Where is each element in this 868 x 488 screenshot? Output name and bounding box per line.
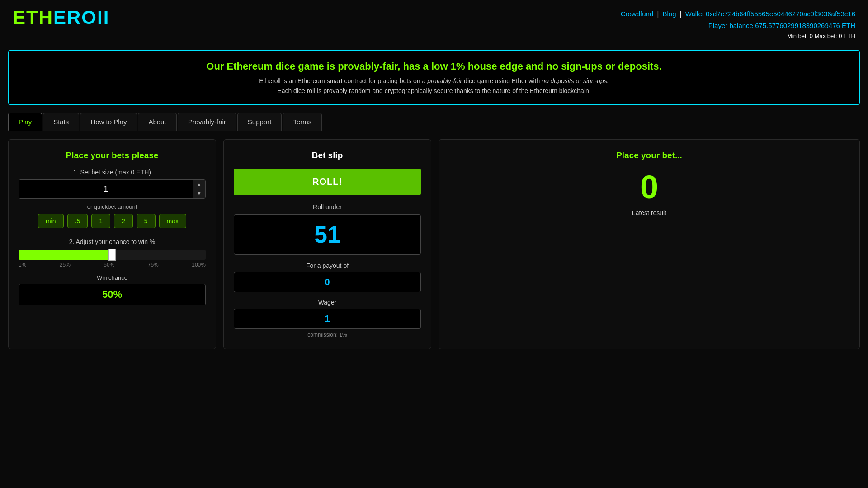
player-balance-value: 675.5776029918390269476 ETH [755, 22, 855, 29]
chance-label: 2. Adjust your chance to win % [19, 238, 206, 245]
payout-label: For a payout of [234, 262, 421, 269]
latest-result-number: 0 [449, 169, 849, 206]
wager-label: Wager [234, 299, 421, 306]
quickbet-1[interactable]: 1 [91, 214, 110, 228]
roll-under-display: 51 [234, 214, 421, 255]
result-panel: Place your bet... 0 Latest result [439, 139, 860, 349]
commission-note: commission: 1% [234, 332, 421, 338]
bet-panel: Place your bets please 1. Set bet size (… [8, 139, 216, 349]
quickbet-max[interactable]: max [159, 214, 186, 228]
player-balance: Player balance 675.5776029918390269476 E… [621, 20, 855, 32]
banner-body-3: Each dice roll is provably random and cr… [277, 87, 590, 94]
win-chance-label: Win chance [19, 274, 206, 281]
bet-size-label: 1. Set bet size (max 0 ETH) [19, 169, 206, 176]
header-links: Crowdfund | Blog | Wallet 0xd7e724b64ff5… [621, 8, 855, 20]
quickbet-5[interactable]: 5 [137, 214, 156, 228]
tab-play[interactable]: Play [8, 113, 42, 131]
crowdfund-link[interactable]: Crowdfund [621, 10, 654, 18]
bet-slip-title: Bet slip [234, 150, 421, 160]
bet-slip: Bet slip ROLL! Roll under 51 For a payou… [223, 139, 431, 349]
logo[interactable]: ETHEROII [13, 8, 109, 27]
slider-thumb[interactable] [108, 249, 116, 261]
header-right: Crowdfund | Blog | Wallet 0xd7e724b64ff5… [621, 8, 855, 41]
spin-up-button[interactable]: ▲ [193, 180, 205, 189]
mark-75: 75% [148, 262, 159, 268]
wallet-info: Wallet 0xd7e724b64ff55565e50446270ac9f30… [685, 10, 855, 18]
roll-button[interactable]: ROLL! [234, 169, 421, 195]
tab-how-to-play[interactable]: How to Play [80, 113, 137, 131]
tab-support[interactable]: Support [237, 113, 282, 131]
banner-body-1: Etheroll is an Ethereum smart contract f… [259, 77, 427, 84]
spin-down-button[interactable]: ▼ [193, 189, 205, 198]
min-bet: Min bet: 0 [787, 33, 813, 39]
tab-about[interactable]: About [138, 113, 176, 131]
bet-input-row: ▲ ▼ [19, 179, 206, 199]
tabs: Play Stats How to Play About Provably-fa… [0, 113, 868, 131]
sep1: | [657, 10, 660, 18]
main-content: Place your bets please 1. Set bet size (… [0, 131, 868, 357]
mark-50: 50% [104, 262, 114, 268]
slider-marks: 1% 25% 50% 75% 100% [19, 262, 206, 268]
bet-size-input[interactable] [19, 180, 193, 198]
slider-track [19, 250, 206, 260]
mark-100: 100% [192, 262, 206, 268]
quickbet-2[interactable]: 2 [114, 214, 133, 228]
player-balance-label: Player balance [708, 22, 753, 29]
latest-result-label: Latest result [449, 209, 849, 216]
banner: Our Ethereum dice game is provably-fair,… [8, 50, 860, 105]
banner-italic-1: provably-fair [427, 77, 462, 84]
banner-italic-2: no deposits or sign-ups. [542, 77, 609, 84]
mark-25: 25% [60, 262, 71, 268]
tab-stats[interactable]: Stats [43, 113, 79, 131]
tab-provably-fair[interactable]: Provably-fair [178, 113, 236, 131]
quickbet-half[interactable]: .5 [67, 214, 88, 228]
max-bet: Max bet: 0 ETH [815, 33, 855, 39]
win-chance-display: 50% [19, 284, 206, 305]
payout-display: 0 [234, 272, 421, 292]
banner-title: Our Ethereum dice game is provably-fair,… [27, 61, 841, 72]
mark-1: 1% [19, 262, 26, 268]
banner-body-2: dice game using Ether with [462, 77, 542, 84]
wallet-label: Wallet [685, 10, 704, 18]
wallet-address: 0xd7e724b64ff55565e50446270ac9f3036af53c… [706, 10, 855, 18]
roll-under-label: Roll under [234, 203, 421, 211]
sep2: | [680, 10, 684, 18]
blog-link[interactable]: Blog [663, 10, 676, 18]
quickbet-min[interactable]: min [38, 214, 64, 228]
bet-panel-title: Place your bets please [19, 150, 206, 160]
quickbet-row: min .5 1 2 5 max [19, 214, 206, 228]
tab-terms[interactable]: Terms [283, 113, 322, 131]
slider-wrapper[interactable] [19, 250, 206, 260]
bet-spinners: ▲ ▼ [193, 180, 205, 198]
quickbet-label: or quickbet amount [19, 203, 206, 210]
header: ETHEROII Crowdfund | Blog | Wallet 0xd7e… [0, 0, 868, 46]
bet-limits: Min bet: 0 Max bet: 0 ETH [621, 31, 855, 41]
result-panel-title: Place your bet... [449, 150, 849, 160]
banner-body: Etheroll is an Ethereum smart contract f… [27, 76, 841, 96]
wager-display: 1 [234, 309, 421, 329]
